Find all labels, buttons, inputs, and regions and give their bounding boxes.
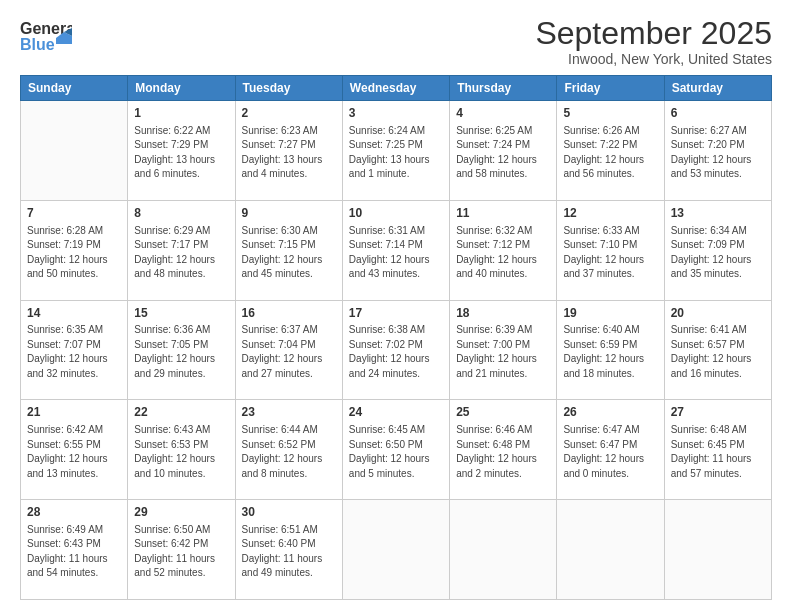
calendar-day: 4Sunrise: 6:25 AM Sunset: 7:24 PM Daylig… xyxy=(450,101,557,201)
day-info: Sunrise: 6:33 AM Sunset: 7:10 PM Dayligh… xyxy=(563,224,657,282)
day-info: Sunrise: 6:29 AM Sunset: 7:17 PM Dayligh… xyxy=(134,224,228,282)
day-number: 12 xyxy=(563,205,657,222)
day-info: Sunrise: 6:26 AM Sunset: 7:22 PM Dayligh… xyxy=(563,124,657,182)
day-number: 20 xyxy=(671,305,765,322)
day-number: 30 xyxy=(242,504,336,521)
calendar-day: 28Sunrise: 6:49 AM Sunset: 6:43 PM Dayli… xyxy=(21,500,128,600)
day-number: 14 xyxy=(27,305,121,322)
day-info: Sunrise: 6:47 AM Sunset: 6:47 PM Dayligh… xyxy=(563,423,657,481)
day-number: 19 xyxy=(563,305,657,322)
day-info: Sunrise: 6:25 AM Sunset: 7:24 PM Dayligh… xyxy=(456,124,550,182)
day-info: Sunrise: 6:46 AM Sunset: 6:48 PM Dayligh… xyxy=(456,423,550,481)
day-info: Sunrise: 6:40 AM Sunset: 6:59 PM Dayligh… xyxy=(563,323,657,381)
day-info: Sunrise: 6:24 AM Sunset: 7:25 PM Dayligh… xyxy=(349,124,443,182)
calendar-header-row: Sunday Monday Tuesday Wednesday Thursday… xyxy=(21,76,772,101)
day-number: 1 xyxy=(134,105,228,122)
col-wednesday: Wednesday xyxy=(342,76,449,101)
calendar-day: 15Sunrise: 6:36 AM Sunset: 7:05 PM Dayli… xyxy=(128,300,235,400)
day-number: 22 xyxy=(134,404,228,421)
col-friday: Friday xyxy=(557,76,664,101)
calendar-day: 10Sunrise: 6:31 AM Sunset: 7:14 PM Dayli… xyxy=(342,200,449,300)
main-title: September 2025 xyxy=(535,16,772,51)
calendar-day: 27Sunrise: 6:48 AM Sunset: 6:45 PM Dayli… xyxy=(664,400,771,500)
day-number: 26 xyxy=(563,404,657,421)
calendar-day: 26Sunrise: 6:47 AM Sunset: 6:47 PM Dayli… xyxy=(557,400,664,500)
calendar-day: 11Sunrise: 6:32 AM Sunset: 7:12 PM Dayli… xyxy=(450,200,557,300)
day-info: Sunrise: 6:35 AM Sunset: 7:07 PM Dayligh… xyxy=(27,323,121,381)
calendar-week-0: 1Sunrise: 6:22 AM Sunset: 7:29 PM Daylig… xyxy=(21,101,772,201)
calendar-week-3: 21Sunrise: 6:42 AM Sunset: 6:55 PM Dayli… xyxy=(21,400,772,500)
calendar-day xyxy=(664,500,771,600)
col-monday: Monday xyxy=(128,76,235,101)
calendar-day: 19Sunrise: 6:40 AM Sunset: 6:59 PM Dayli… xyxy=(557,300,664,400)
calendar-day: 29Sunrise: 6:50 AM Sunset: 6:42 PM Dayli… xyxy=(128,500,235,600)
calendar-day: 12Sunrise: 6:33 AM Sunset: 7:10 PM Dayli… xyxy=(557,200,664,300)
calendar-day xyxy=(342,500,449,600)
col-saturday: Saturday xyxy=(664,76,771,101)
calendar-day: 1Sunrise: 6:22 AM Sunset: 7:29 PM Daylig… xyxy=(128,101,235,201)
calendar-day: 18Sunrise: 6:39 AM Sunset: 7:00 PM Dayli… xyxy=(450,300,557,400)
day-info: Sunrise: 6:43 AM Sunset: 6:53 PM Dayligh… xyxy=(134,423,228,481)
day-info: Sunrise: 6:27 AM Sunset: 7:20 PM Dayligh… xyxy=(671,124,765,182)
calendar-day: 16Sunrise: 6:37 AM Sunset: 7:04 PM Dayli… xyxy=(235,300,342,400)
day-info: Sunrise: 6:41 AM Sunset: 6:57 PM Dayligh… xyxy=(671,323,765,381)
day-number: 10 xyxy=(349,205,443,222)
subtitle: Inwood, New York, United States xyxy=(535,51,772,67)
page: General Blue September 2025 Inwood, New … xyxy=(0,0,792,612)
day-number: 27 xyxy=(671,404,765,421)
logo-icon: General Blue xyxy=(20,16,72,56)
calendar-day: 30Sunrise: 6:51 AM Sunset: 6:40 PM Dayli… xyxy=(235,500,342,600)
day-number: 29 xyxy=(134,504,228,521)
day-info: Sunrise: 6:31 AM Sunset: 7:14 PM Dayligh… xyxy=(349,224,443,282)
calendar: Sunday Monday Tuesday Wednesday Thursday… xyxy=(20,75,772,600)
day-number: 7 xyxy=(27,205,121,222)
day-info: Sunrise: 6:49 AM Sunset: 6:43 PM Dayligh… xyxy=(27,523,121,581)
day-number: 4 xyxy=(456,105,550,122)
day-info: Sunrise: 6:44 AM Sunset: 6:52 PM Dayligh… xyxy=(242,423,336,481)
day-info: Sunrise: 6:36 AM Sunset: 7:05 PM Dayligh… xyxy=(134,323,228,381)
col-thursday: Thursday xyxy=(450,76,557,101)
calendar-week-1: 7Sunrise: 6:28 AM Sunset: 7:19 PM Daylig… xyxy=(21,200,772,300)
day-info: Sunrise: 6:38 AM Sunset: 7:02 PM Dayligh… xyxy=(349,323,443,381)
col-sunday: Sunday xyxy=(21,76,128,101)
day-info: Sunrise: 6:32 AM Sunset: 7:12 PM Dayligh… xyxy=(456,224,550,282)
calendar-day: 5Sunrise: 6:26 AM Sunset: 7:22 PM Daylig… xyxy=(557,101,664,201)
calendar-day: 7Sunrise: 6:28 AM Sunset: 7:19 PM Daylig… xyxy=(21,200,128,300)
day-number: 23 xyxy=(242,404,336,421)
calendar-week-2: 14Sunrise: 6:35 AM Sunset: 7:07 PM Dayli… xyxy=(21,300,772,400)
calendar-day: 21Sunrise: 6:42 AM Sunset: 6:55 PM Dayli… xyxy=(21,400,128,500)
day-number: 17 xyxy=(349,305,443,322)
day-info: Sunrise: 6:34 AM Sunset: 7:09 PM Dayligh… xyxy=(671,224,765,282)
day-info: Sunrise: 6:30 AM Sunset: 7:15 PM Dayligh… xyxy=(242,224,336,282)
day-number: 11 xyxy=(456,205,550,222)
title-block: September 2025 Inwood, New York, United … xyxy=(535,16,772,67)
day-number: 25 xyxy=(456,404,550,421)
day-info: Sunrise: 6:50 AM Sunset: 6:42 PM Dayligh… xyxy=(134,523,228,581)
calendar-day xyxy=(21,101,128,201)
calendar-day: 22Sunrise: 6:43 AM Sunset: 6:53 PM Dayli… xyxy=(128,400,235,500)
col-tuesday: Tuesday xyxy=(235,76,342,101)
header: General Blue September 2025 Inwood, New … xyxy=(20,16,772,67)
calendar-day: 25Sunrise: 6:46 AM Sunset: 6:48 PM Dayli… xyxy=(450,400,557,500)
day-info: Sunrise: 6:22 AM Sunset: 7:29 PM Dayligh… xyxy=(134,124,228,182)
day-number: 13 xyxy=(671,205,765,222)
calendar-day: 13Sunrise: 6:34 AM Sunset: 7:09 PM Dayli… xyxy=(664,200,771,300)
day-info: Sunrise: 6:51 AM Sunset: 6:40 PM Dayligh… xyxy=(242,523,336,581)
logo: General Blue xyxy=(20,16,72,56)
day-info: Sunrise: 6:45 AM Sunset: 6:50 PM Dayligh… xyxy=(349,423,443,481)
day-info: Sunrise: 6:39 AM Sunset: 7:00 PM Dayligh… xyxy=(456,323,550,381)
calendar-day: 23Sunrise: 6:44 AM Sunset: 6:52 PM Dayli… xyxy=(235,400,342,500)
day-number: 15 xyxy=(134,305,228,322)
day-number: 28 xyxy=(27,504,121,521)
calendar-day: 3Sunrise: 6:24 AM Sunset: 7:25 PM Daylig… xyxy=(342,101,449,201)
day-info: Sunrise: 6:28 AM Sunset: 7:19 PM Dayligh… xyxy=(27,224,121,282)
day-number: 6 xyxy=(671,105,765,122)
day-number: 3 xyxy=(349,105,443,122)
svg-text:Blue: Blue xyxy=(20,36,55,53)
day-number: 18 xyxy=(456,305,550,322)
day-number: 5 xyxy=(563,105,657,122)
calendar-day: 20Sunrise: 6:41 AM Sunset: 6:57 PM Dayli… xyxy=(664,300,771,400)
day-number: 24 xyxy=(349,404,443,421)
calendar-day xyxy=(557,500,664,600)
day-number: 21 xyxy=(27,404,121,421)
